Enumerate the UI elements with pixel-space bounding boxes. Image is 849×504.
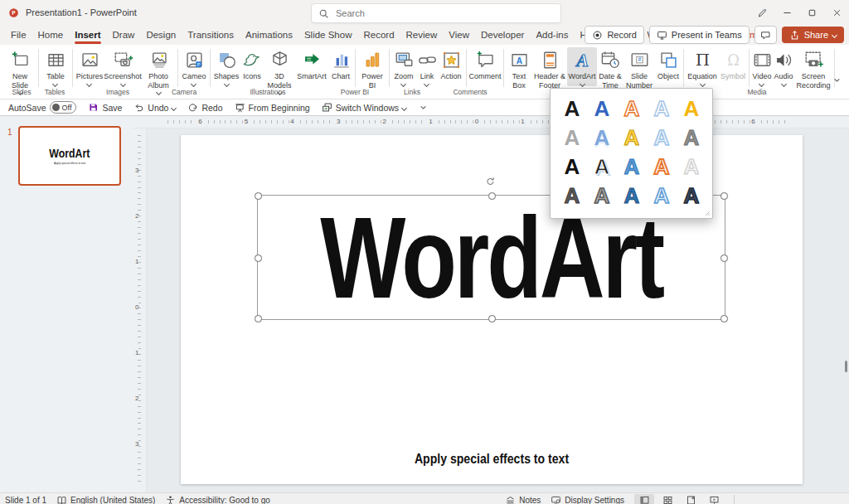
- ribbon-button[interactable]: Comment: [468, 47, 502, 81]
- wordart-style-option[interactable]: A: [677, 94, 706, 124]
- slideshow-view-button[interactable]: [704, 494, 724, 504]
- resize-grip-icon[interactable]: [702, 208, 711, 216]
- display-settings-icon: [551, 495, 561, 504]
- ribbon-button[interactable]: Screenshot: [104, 47, 141, 86]
- normal-view-button[interactable]: [634, 494, 654, 504]
- ribbon-tab[interactable]: Record: [357, 25, 400, 45]
- search-box[interactable]: [311, 3, 561, 23]
- share-arrow-icon: [789, 30, 800, 41]
- ribbon-button[interactable]: Icons: [240, 47, 264, 81]
- accessibility-button[interactable]: Accessibility: Good to go: [165, 495, 270, 504]
- save-button[interactable]: Save: [88, 102, 122, 113]
- wordart-style-option[interactable]: A: [557, 153, 587, 182]
- autosave-toggle[interactable]: AutoSave Off: [8, 101, 76, 114]
- search-input[interactable]: [334, 7, 554, 19]
- display-settings-button[interactable]: Display Settings: [551, 495, 624, 504]
- slide-count-label[interactable]: Slide 1 of 1: [5, 496, 46, 504]
- close-button[interactable]: [824, 0, 849, 25]
- comments-button[interactable]: [754, 26, 777, 44]
- ribbon-button[interactable]: Screen Recording: [794, 47, 832, 90]
- ribbon-tab[interactable]: File: [5, 25, 32, 45]
- switch-windows-button[interactable]: Switch Windows: [322, 102, 406, 113]
- ribbon-button[interactable]: A Text Box: [506, 47, 532, 90]
- resize-handle[interactable]: [255, 315, 262, 322]
- wordart-style-option[interactable]: A: [677, 153, 706, 182]
- maximize-button[interactable]: [799, 0, 824, 25]
- record-button[interactable]: Record: [585, 26, 643, 44]
- slide-sorter-view-button[interactable]: [657, 494, 677, 504]
- wordart-style-option[interactable]: A: [557, 124, 587, 153]
- ribbon-tab[interactable]: Review: [400, 25, 444, 45]
- resize-handle[interactable]: [720, 254, 728, 262]
- resize-handle[interactable]: [720, 315, 728, 322]
- wordart-style-option[interactable]: A: [677, 182, 706, 211]
- wordart-style-option[interactable]: A: [647, 182, 677, 211]
- reading-view-button[interactable]: [681, 494, 701, 504]
- language-button[interactable]: English (United States): [56, 495, 155, 504]
- ribbon-button[interactable]: SmartArt: [295, 47, 328, 81]
- wordart-style-option[interactable]: A: [647, 124, 677, 153]
- ribbon-button[interactable]: Power BI: [357, 47, 387, 90]
- rotate-handle-icon[interactable]: [485, 176, 498, 189]
- wordart-style-option[interactable]: A: [587, 94, 617, 124]
- ribbon-button[interactable]: Audio: [773, 47, 794, 86]
- notes-button[interactable]: Notes: [505, 495, 541, 504]
- ribbon-tab[interactable]: Design: [140, 25, 182, 45]
- wordart-style-option[interactable]: A: [587, 124, 617, 153]
- wordart-style-option[interactable]: A: [557, 94, 587, 124]
- resize-handle[interactable]: [255, 192, 262, 200]
- ribbon-tab[interactable]: Transitions: [182, 25, 240, 45]
- ribbon-button[interactable]: Date & Time: [597, 47, 623, 90]
- ribbon-button[interactable]: # Slide Number: [623, 47, 655, 90]
- ribbon-button[interactable]: Header & Footer: [532, 47, 567, 90]
- ribbon-tab[interactable]: Animations: [240, 25, 298, 45]
- ribbon-button[interactable]: Ω Symbol: [719, 47, 747, 81]
- from-beginning-button[interactable]: From Beginning: [235, 102, 310, 113]
- new-slide-icon: [9, 48, 32, 72]
- minimize-button[interactable]: [774, 0, 799, 25]
- wordart-style-option[interactable]: A: [647, 94, 677, 124]
- resize-handle[interactable]: [720, 192, 728, 200]
- wordart-style-option[interactable]: A: [617, 124, 647, 153]
- ribbon-tab[interactable]: Draw: [107, 25, 141, 45]
- ribbon-tab[interactable]: View: [443, 25, 475, 45]
- draw-pen-button[interactable]: [750, 0, 774, 25]
- wordart-style-option[interactable]: A: [617, 153, 647, 182]
- ribbon-button[interactable]: Shapes: [212, 47, 240, 86]
- ribbon-button[interactable]: Video: [751, 47, 773, 86]
- ribbon-tab[interactable]: Add-ins: [530, 25, 574, 45]
- ribbon-button[interactable]: Link: [416, 47, 438, 86]
- ribbon-button[interactable]: Pictures: [75, 47, 104, 86]
- qat-overflow-button[interactable]: [418, 102, 429, 113]
- wordart-style-option[interactable]: A: [617, 94, 647, 124]
- wordart-style-option[interactable]: A: [647, 153, 677, 182]
- ribbon-button[interactable]: Zoom: [391, 47, 416, 86]
- resize-handle[interactable]: [488, 192, 496, 200]
- ribbon-tab[interactable]: Insert: [69, 25, 106, 45]
- wordart-style-option[interactable]: A: [677, 124, 706, 153]
- ribbon-button[interactable]: Chart: [328, 47, 353, 81]
- ribbon-button[interactable]: Object: [655, 47, 682, 81]
- share-button[interactable]: Share: [782, 27, 844, 43]
- wordart-style-option[interactable]: A: [557, 182, 587, 211]
- ribbon-button[interactable]: P Cameo: [180, 47, 208, 86]
- ruler-number: 3: [135, 439, 138, 449]
- wordart-style-option[interactable]: A: [587, 153, 617, 182]
- ribbon-button[interactable]: Table: [41, 47, 70, 86]
- ribbon-button[interactable]: Π Equation: [686, 47, 719, 86]
- ribbon-button[interactable]: A WordArt: [567, 47, 597, 86]
- redo-button[interactable]: Redo: [187, 102, 222, 113]
- present-in-teams-button[interactable]: Present in Teams: [649, 26, 750, 44]
- vertical-scrollbar-thumb[interactable]: [845, 361, 847, 372]
- ribbon-tab[interactable]: Developer: [475, 25, 530, 45]
- resize-handle[interactable]: [488, 315, 496, 322]
- collapse-ribbon-button[interactable]: [832, 75, 842, 85]
- wordart-style-option[interactable]: A: [587, 182, 617, 211]
- slide-thumbnail[interactable]: WordArt Apply special effects to text: [18, 126, 121, 186]
- ribbon-tab[interactable]: Slide Show: [298, 25, 358, 45]
- resize-handle[interactable]: [255, 254, 262, 262]
- undo-button[interactable]: Undo: [133, 102, 176, 113]
- wordart-style-option[interactable]: A: [617, 182, 647, 211]
- ribbon-button[interactable]: Action: [438, 47, 464, 81]
- ribbon-tab[interactable]: Home: [32, 25, 70, 45]
